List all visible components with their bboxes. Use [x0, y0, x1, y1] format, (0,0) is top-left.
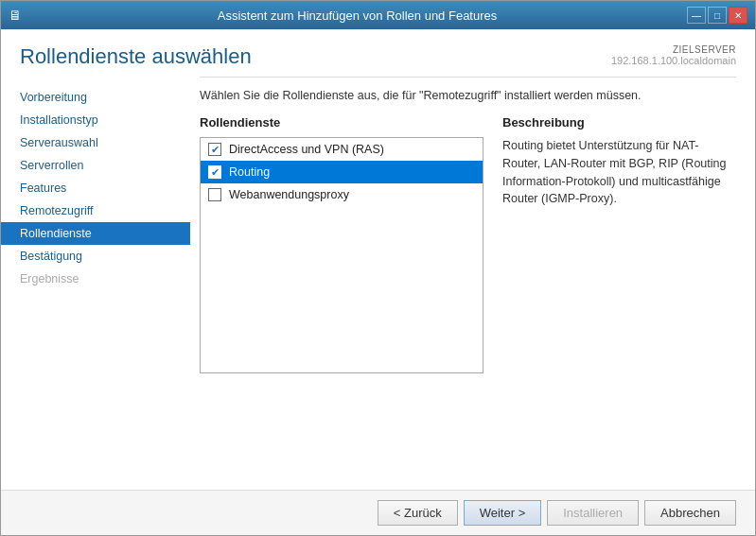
window-controls: — □ ✕	[687, 7, 747, 24]
service-label-0: DirectAccess und VPN (RAS)	[229, 143, 384, 156]
header-section: Rollendienste auswählen ZIELSERVER 192.1…	[1, 29, 755, 77]
right-panel: Wählen Sie die Rollendienste aus, die fü…	[190, 77, 755, 490]
minimize-button[interactable]: —	[687, 7, 706, 24]
services-column: Rollendienste ✔DirectAccess und VPN (RAS…	[200, 115, 483, 373]
service-item-0[interactable]: ✔DirectAccess und VPN (RAS)	[201, 138, 483, 161]
service-checkbox-1[interactable]: ✔	[208, 165, 221, 179]
window-title: Assistent zum Hinzufügen von Rollen und …	[27, 9, 687, 23]
service-label-1: Routing	[229, 165, 270, 179]
cancel-button[interactable]: Abbrechen	[644, 500, 736, 526]
sidebar-item-3[interactable]: Serverrollen	[1, 154, 190, 177]
divider	[200, 77, 736, 78]
main-window: 🖥 Assistent zum Hinzufügen von Rollen un…	[0, 0, 756, 536]
sidebar-item-7[interactable]: Bestätigung	[1, 245, 190, 268]
zielserver-section: ZIELSERVER 192.168.1.100.localdomain	[611, 44, 736, 66]
sidebar-item-4[interactable]: Features	[1, 177, 190, 199]
sidebar: VorbereitungInstallationstypServerauswah…	[1, 77, 190, 490]
service-checkbox-2[interactable]	[208, 188, 221, 201]
close-button[interactable]: ✕	[729, 7, 747, 24]
zielserver-label: ZIELSERVER	[611, 44, 736, 55]
sidebar-item-0[interactable]: Vorbereitung	[1, 86, 190, 109]
sidebar-item-6[interactable]: Rollendienste	[1, 222, 190, 245]
maximize-button[interactable]: □	[708, 7, 727, 24]
sidebar-item-8: Ergebnisse	[1, 268, 190, 290]
services-list: ✔DirectAccess und VPN (RAS)✔RoutingWeban…	[200, 137, 483, 373]
service-label-2: Webanwendungsproxy	[229, 188, 349, 201]
install-button: Installieren	[547, 500, 639, 526]
service-checkbox-0[interactable]: ✔	[208, 143, 221, 156]
description-column: Beschreibung Routing bietet Unterstützun…	[502, 115, 736, 373]
back-button[interactable]: < Zurück	[378, 500, 458, 526]
sidebar-item-5[interactable]: Remotezugriff	[1, 199, 190, 222]
main-body: VorbereitungInstallationstypServerauswah…	[1, 77, 755, 490]
content-area: Rollendienste auswählen ZIELSERVER 192.1…	[1, 29, 755, 535]
page-title: Rollendienste auswählen	[20, 44, 252, 69]
window-icon: 🖥	[9, 8, 22, 23]
sidebar-item-2[interactable]: Serverauswahl	[1, 131, 190, 154]
service-item-1[interactable]: ✔Routing	[201, 161, 483, 183]
desc-column-header: Beschreibung	[502, 115, 736, 130]
service-item-2[interactable]: Webanwendungsproxy	[201, 183, 483, 206]
two-columns: Rollendienste ✔DirectAccess und VPN (RAS…	[200, 115, 736, 373]
sidebar-item-1[interactable]: Installationstyp	[1, 109, 190, 131]
title-bar: 🖥 Assistent zum Hinzufügen von Rollen un…	[1, 1, 755, 29]
next-button[interactable]: Weiter >	[464, 500, 542, 526]
zielserver-value: 192.168.1.100.localdomain	[611, 55, 736, 66]
instruction-text: Wählen Sie die Rollendienste aus, die fü…	[200, 89, 736, 102]
description-text: Routing bietet Unterstützung für NAT-Rou…	[502, 137, 736, 208]
footer: < Zurück Weiter > Installieren Abbrechen	[1, 490, 755, 535]
services-column-header: Rollendienste	[200, 115, 483, 130]
